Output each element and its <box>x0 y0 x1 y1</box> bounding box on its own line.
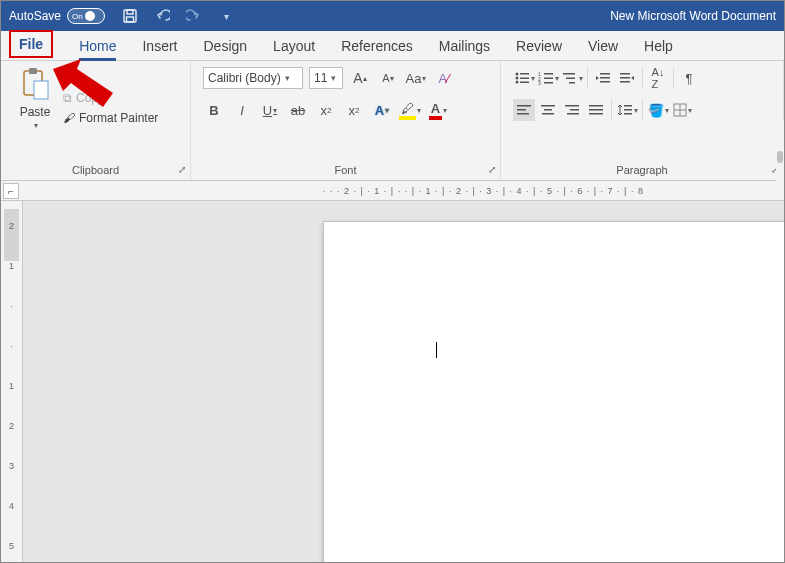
tab-insert[interactable]: Insert <box>142 32 177 60</box>
svg-rect-33 <box>541 105 555 107</box>
svg-rect-27 <box>620 77 630 79</box>
document-page[interactable] <box>323 221 784 563</box>
scissors-icon: ✂ <box>63 71 73 85</box>
redo-icon[interactable] <box>183 5 205 27</box>
change-case-label: Aa <box>406 71 422 86</box>
tab-references[interactable]: References <box>341 32 413 60</box>
svg-rect-34 <box>544 109 552 111</box>
svg-rect-10 <box>520 78 529 80</box>
ruler-mark: 1 <box>1 381 22 391</box>
svg-rect-35 <box>542 113 554 115</box>
svg-rect-41 <box>589 113 603 115</box>
tab-review[interactable]: Review <box>516 32 562 60</box>
tab-help[interactable]: Help <box>644 32 673 60</box>
ruler-mark: · <box>1 301 22 311</box>
text-effects-icon[interactable]: A▾ <box>371 99 393 121</box>
justify-icon[interactable] <box>585 99 607 121</box>
paste-button[interactable]: Paste ▾ <box>13 67 57 130</box>
italic-icon[interactable]: I <box>231 99 253 121</box>
tab-file[interactable]: File <box>9 30 53 58</box>
autosave-label: AutoSave <box>9 9 61 23</box>
svg-rect-37 <box>570 109 579 111</box>
svg-rect-14 <box>544 73 553 75</box>
align-right-icon[interactable] <box>561 99 583 121</box>
align-center-icon[interactable] <box>537 99 559 121</box>
superscript-icon[interactable]: x2 <box>343 99 365 121</box>
sort-icon[interactable]: A↓Z <box>647 67 669 89</box>
qat-customize-icon[interactable]: ▾ <box>215 5 237 27</box>
group-paragraph-title: Paragraph <box>616 164 667 176</box>
highlight-icon[interactable]: 🖊▾ <box>399 99 421 121</box>
ruler-mark: 5 <box>1 541 22 551</box>
horizontal-ruler-ticks: · · · 2 · | · 1 · | · · | · 1 · | · 2 · … <box>323 186 644 196</box>
autosave-toggle-dot <box>85 11 95 21</box>
change-case-button[interactable]: Aa▾ <box>405 67 427 89</box>
vertical-ruler[interactable]: 2 1 · · 1 2 3 4 5 <box>1 201 23 563</box>
tab-selector-icon[interactable]: ⌐ <box>3 183 19 199</box>
subscript-icon[interactable]: x2 <box>315 99 337 121</box>
bullets-icon[interactable]: ▾ <box>513 67 535 89</box>
svg-rect-18 <box>544 82 553 84</box>
svg-rect-21 <box>569 82 575 84</box>
svg-rect-38 <box>567 113 579 115</box>
svg-rect-30 <box>517 105 531 107</box>
ruler-mark: 2 <box>1 221 22 231</box>
font-color-icon[interactable]: A▾ <box>427 99 449 121</box>
bold-icon[interactable]: B <box>203 99 225 121</box>
svg-rect-32 <box>517 113 529 115</box>
clipboard-launcher-icon[interactable]: ⤢ <box>178 164 186 175</box>
decrease-indent-icon[interactable] <box>592 67 614 89</box>
svg-rect-39 <box>589 105 603 107</box>
undo-icon[interactable] <box>151 5 173 27</box>
document-title: New Microsoft Word Document <box>610 9 776 23</box>
show-marks-icon[interactable]: ¶ <box>678 67 700 89</box>
decrease-font-icon[interactable]: A▾ <box>377 67 399 89</box>
tab-layout[interactable]: Layout <box>273 32 315 60</box>
tab-home[interactable]: Home <box>79 32 116 60</box>
line-spacing-icon[interactable]: ▾ <box>616 99 638 121</box>
format-painter-button[interactable]: 🖌 Format Painter <box>63 111 158 125</box>
ruler-mark: · <box>1 341 22 351</box>
cut-button[interactable]: ✂ Cut <box>63 71 158 85</box>
font-size-value: 11 <box>314 71 327 85</box>
svg-marker-29 <box>631 76 634 80</box>
increase-font-icon[interactable]: A▴ <box>349 67 371 89</box>
svg-rect-36 <box>565 105 579 107</box>
increase-indent-icon[interactable] <box>616 67 638 89</box>
multilevel-list-icon[interactable]: ▾ <box>561 67 583 89</box>
save-icon[interactable] <box>119 5 141 27</box>
tab-mailings[interactable]: Mailings <box>439 32 490 60</box>
svg-rect-6 <box>34 81 48 99</box>
svg-rect-44 <box>624 113 632 115</box>
font-name-combo[interactable]: Calibri (Body)▾ <box>203 67 303 89</box>
svg-text:3: 3 <box>538 80 541 85</box>
svg-rect-19 <box>563 73 575 75</box>
svg-rect-8 <box>520 73 529 75</box>
horizontal-ruler[interactable]: ⌐ · · · 2 · | · 1 · | · · | · 1 · | · 2 … <box>1 181 784 201</box>
underline-icon[interactable]: U▾ <box>259 99 281 121</box>
svg-rect-22 <box>600 73 610 75</box>
svg-rect-20 <box>566 78 575 80</box>
copy-button[interactable]: ⧉ Copy <box>63 91 158 105</box>
font-launcher-icon[interactable]: ⤢ <box>488 164 496 175</box>
ruler-mark: 1 <box>1 261 22 271</box>
font-name-value: Calibri (Body) <box>208 71 281 85</box>
font-size-combo[interactable]: 11▾ <box>309 67 343 89</box>
ruler-mark: 2 <box>1 421 22 431</box>
borders-icon[interactable]: ▾ <box>671 99 693 121</box>
shading-icon[interactable]: 🪣▾ <box>647 99 669 121</box>
ruler-mark: 3 <box>1 461 22 471</box>
brush-icon: 🖌 <box>63 111 75 125</box>
document-canvas[interactable] <box>23 201 784 563</box>
tab-view[interactable]: View <box>588 32 618 60</box>
autosave-toggle[interactable]: On <box>67 8 105 24</box>
strikethrough-icon[interactable]: ab <box>287 99 309 121</box>
tab-design[interactable]: Design <box>204 32 248 60</box>
numbering-icon[interactable]: 123▾ <box>537 67 559 89</box>
ruler-mark: 4 <box>1 501 22 511</box>
svg-rect-23 <box>600 77 610 79</box>
svg-rect-43 <box>624 109 632 111</box>
clear-formatting-icon[interactable]: A⁄ <box>433 67 455 89</box>
svg-point-7 <box>515 73 518 76</box>
align-left-icon[interactable] <box>513 99 535 121</box>
